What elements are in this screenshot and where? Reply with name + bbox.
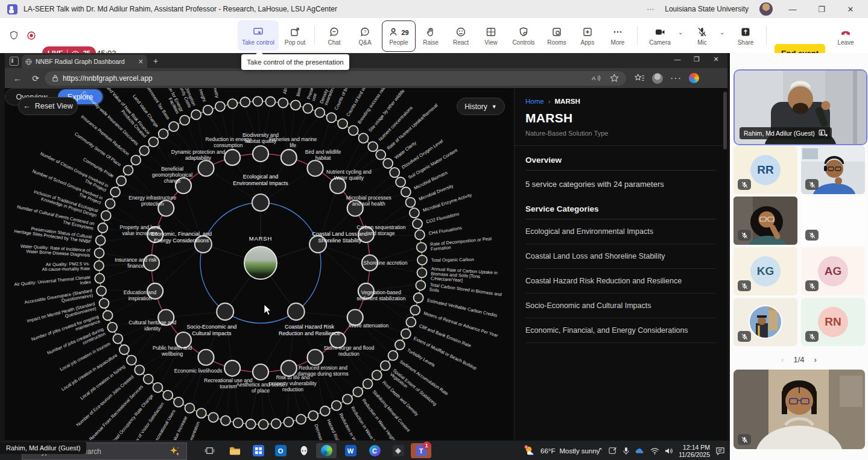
- participant-tile[interactable]: RR: [733, 146, 797, 194]
- participant-tile[interactable]: [733, 298, 797, 346]
- leave-button[interactable]: Leave: [831, 20, 860, 51]
- taskbar-clock[interactable]: 12:14 PM11/26/2025: [679, 444, 710, 458]
- svg-text:Extent of Mudflat or Beach Bui: Extent of Mudflat or Beach Buildup: [413, 335, 478, 371]
- react-button[interactable]: React: [447, 20, 475, 51]
- taskbar-weather[interactable]: 1 66°F Mostly sunny: [524, 441, 600, 460]
- speaker-name-tag: Rahim, Md Adilur (Guest): [740, 127, 832, 139]
- tray-chevron-icon[interactable]: ⌃: [597, 447, 603, 455]
- browser-menu-icon[interactable]: ···: [670, 73, 682, 84]
- word-icon[interactable]: W: [340, 443, 361, 458]
- raise-hand-button[interactable]: Raise: [417, 20, 445, 51]
- tray-pen-icon[interactable]: [609, 447, 618, 455]
- favorite-star-icon[interactable]: [610, 74, 619, 83]
- service-category-item[interactable]: Socio-Economic and Cultural Impacts: [525, 294, 716, 318]
- copilot-icon[interactable]: [689, 73, 699, 83]
- leave-call-icon: [839, 26, 852, 38]
- breadcrumb-home-link[interactable]: Home: [525, 98, 544, 105]
- browser-tab[interactable]: NNBF Radial Graph Dashboard ✕: [22, 55, 147, 68]
- user-avatar[interactable]: [759, 2, 773, 16]
- people-button[interactable]: 29 People: [382, 20, 416, 52]
- more-button[interactable]: More: [604, 20, 632, 51]
- service-category-item[interactable]: Economic, Financial, and Energy Consider…: [525, 318, 716, 343]
- browser-tab-bar: NNBF Radial Graph Dashboard ✕ + — ❐ ✕: [5, 53, 727, 68]
- browser-restore-button[interactable]: ❐: [688, 55, 706, 63]
- weather-temp: 66°F: [540, 447, 555, 455]
- tab-actions-icon[interactable]: [10, 57, 19, 66]
- teams-restore-button[interactable]: ❐: [813, 5, 831, 14]
- outlook-icon[interactable]: O: [270, 443, 291, 458]
- history-button[interactable]: History ▼: [457, 98, 505, 115]
- mic-button[interactable]: Mic: [688, 20, 717, 51]
- teams-taskbar-icon[interactable]: T1: [411, 443, 431, 458]
- participant-tile[interactable]: RN: [801, 298, 865, 346]
- titlebar-more-icon[interactable]: ···: [647, 5, 654, 13]
- pop-out-button[interactable]: Pop out: [280, 20, 310, 51]
- svg-text:Storm surge and floodreduction: Storm surge and floodreduction: [324, 345, 375, 357]
- mic-options-chevron[interactable]: ⌄: [720, 29, 724, 36]
- view-button[interactable]: View: [477, 20, 505, 51]
- breadcrumb: Home › MARSH: [525, 98, 716, 105]
- teams-minimize-button[interactable]: —: [784, 5, 802, 14]
- browser-toolbar: ← ⟳ https://nnbfgraph.vercel.app A ···: [5, 68, 727, 88]
- rooms-button[interactable]: Rooms: [542, 20, 571, 51]
- browser-profile-avatar[interactable]: [652, 73, 663, 84]
- mic-muted-icon: [805, 230, 819, 241]
- rooms-icon: [551, 26, 563, 38]
- reset-view-button[interactable]: ← Reset View: [18, 97, 78, 115]
- self-video[interactable]: [733, 370, 865, 449]
- microsoft-store-icon[interactable]: [248, 443, 268, 458]
- browser-close-button[interactable]: ✕: [707, 55, 725, 63]
- canva-icon[interactable]: C: [364, 443, 385, 458]
- favorites-bar-icon[interactable]: [635, 74, 645, 83]
- teams-close-button[interactable]: ✕: [841, 5, 860, 14]
- share-button[interactable]: Share: [731, 20, 760, 51]
- camera-options-chevron[interactable]: ⌄: [678, 29, 683, 36]
- mic-muted-icon: [738, 179, 751, 190]
- read-aloud-icon[interactable]: A: [592, 74, 601, 82]
- wifi-icon[interactable]: [650, 447, 659, 455]
- controls-button[interactable]: Controls: [507, 20, 540, 51]
- service-category-item[interactable]: Coastal Land Loss and Shoreline Stabilit…: [525, 244, 716, 269]
- chat-button[interactable]: Chat: [320, 20, 349, 51]
- participant-tile-novideo[interactable]: [801, 197, 865, 245]
- new-tab-button[interactable]: +: [153, 56, 158, 66]
- overview-summary: 5 service categories with 24 parameters: [525, 180, 716, 189]
- search-highlights-icon[interactable]: [168, 446, 180, 457]
- participant-tile[interactable]: [733, 197, 797, 245]
- apps-icon: [581, 26, 594, 38]
- service-category-item[interactable]: Ecological and Environmental Impacts: [525, 219, 716, 244]
- radial-graph[interactable]: Abundance of fish and shellfishBiomass o…: [5, 88, 514, 440]
- participant-tile[interactable]: [801, 146, 865, 194]
- participant-tile[interactable]: KG: [733, 247, 797, 295]
- address-bar[interactable]: https://nnbfgraph.vercel.app A: [45, 71, 626, 86]
- edge-icon[interactable]: [316, 443, 337, 458]
- recording-icon[interactable]: [26, 30, 37, 41]
- shared-screen: NNBF Radial Graph Dashboard ✕ + — ❐ ✕ ← …: [0, 53, 730, 460]
- svg-text:Dynamic protection andadaptabi: Dynamic protection andadaptability: [171, 149, 226, 161]
- view-layout-icon: [485, 26, 497, 38]
- task-view-icon[interactable]: [199, 443, 220, 458]
- qa-button[interactable]: ? Q&A: [350, 20, 379, 51]
- tab-close-icon[interactable]: ✕: [138, 58, 144, 66]
- alienware-icon[interactable]: [294, 443, 314, 458]
- service-category-item[interactable]: Coastal Hazard Risk Reduction and Resili…: [525, 269, 716, 294]
- tray-mic-icon[interactable]: [623, 447, 629, 455]
- apps-button[interactable]: Apps: [574, 20, 601, 51]
- volume-icon[interactable]: [665, 447, 673, 455]
- participant-tile[interactable]: AG: [801, 247, 865, 295]
- refresh-button[interactable]: ⟳: [27, 74, 45, 83]
- file-explorer-icon[interactable]: [224, 443, 245, 458]
- camera-button[interactable]: Camera: [644, 20, 676, 51]
- back-button[interactable]: ←: [8, 74, 27, 83]
- weather-desc: Mostly sunny: [559, 447, 600, 455]
- security-shield-icon[interactable]: [8, 30, 19, 41]
- page-prev-button[interactable]: ‹: [781, 355, 784, 364]
- main-speaker-video[interactable]: Rahim, Md Adilur (Guest): [733, 69, 867, 145]
- dark-app-icon[interactable]: [388, 443, 408, 458]
- browser-minimize-button[interactable]: —: [668, 55, 686, 63]
- take-control-button[interactable]: Take control: [238, 20, 279, 51]
- onedrive-icon[interactable]: [635, 447, 645, 455]
- page-next-button[interactable]: ›: [814, 355, 817, 364]
- panel-scrollbar[interactable]: [723, 92, 727, 150]
- action-center-icon[interactable]: [715, 447, 725, 455]
